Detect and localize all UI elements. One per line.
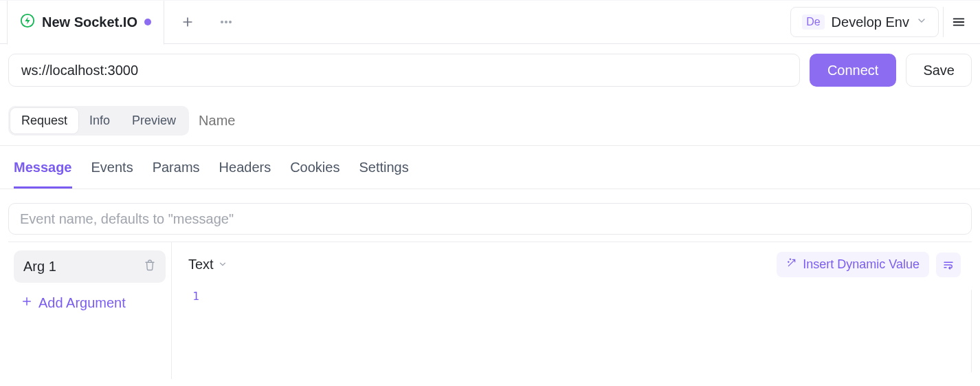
arg-item-label: Arg 1 (23, 259, 56, 275)
line-number: 1 (188, 290, 205, 372)
top-bar: New Socket.IO De Develop Env (0, 0, 980, 44)
event-name-row (0, 189, 980, 242)
args-area: Arg 1 Add Argument Text (8, 242, 972, 379)
format-selector[interactable]: Text (188, 257, 227, 272)
format-label: Text (188, 257, 214, 272)
more-button[interactable] (211, 7, 241, 37)
arg-item[interactable]: Arg 1 (14, 250, 166, 283)
tab-message[interactable]: Message (14, 160, 72, 189)
trash-icon[interactable] (144, 259, 156, 275)
hamburger-menu-button[interactable] (943, 7, 973, 37)
env-name: Develop Env (832, 14, 909, 30)
socketio-icon (20, 13, 35, 31)
sub-tabs: Message Events Params Headers Cookies Se… (0, 146, 980, 189)
insert-dynamic-value-button[interactable]: Insert Dynamic Value (777, 252, 929, 277)
seg-info[interactable]: Info (78, 108, 121, 133)
svg-point-3 (229, 21, 232, 23)
add-argument-button[interactable]: Add Argument (14, 283, 166, 323)
chevron-down-icon (218, 257, 227, 272)
request-name-input[interactable] (196, 109, 375, 133)
seg-preview[interactable]: Preview (121, 108, 187, 133)
svg-point-1 (221, 21, 223, 23)
url-input[interactable] (8, 54, 800, 87)
plus-icon (21, 295, 33, 311)
editor-pane: Text Insert Dynamic Value 1 (172, 242, 972, 379)
tab-events[interactable]: Events (91, 160, 133, 189)
connect-button[interactable]: Connect (810, 54, 897, 87)
segmented-row: Request Info Preview (0, 87, 980, 146)
tab-params[interactable]: Params (153, 160, 200, 189)
tab-headers[interactable]: Headers (219, 160, 271, 189)
tab-cookies[interactable]: Cookies (290, 160, 339, 189)
tab-current[interactable]: New Socket.IO (7, 1, 164, 45)
event-name-input[interactable] (8, 203, 972, 235)
env-prefix-badge: De (802, 14, 824, 30)
editor-toolbar: Text Insert Dynamic Value (172, 242, 972, 284)
tab-title: New Socket.IO (42, 14, 137, 30)
magic-wand-icon (786, 257, 797, 272)
add-argument-label: Add Argument (38, 295, 126, 311)
args-sidebar: Arg 1 Add Argument (8, 242, 172, 379)
code-content[interactable] (205, 290, 972, 372)
seg-request[interactable]: Request (10, 108, 78, 133)
url-row: Connect Save (0, 44, 980, 87)
segmented-control: Request Info Preview (8, 106, 189, 136)
save-button[interactable]: Save (906, 54, 972, 87)
insert-dynamic-value-label: Insert Dynamic Value (803, 257, 920, 272)
svg-point-2 (225, 21, 227, 23)
tab-settings[interactable]: Settings (359, 160, 408, 189)
new-tab-button[interactable] (172, 7, 203, 37)
wrap-lines-button[interactable] (936, 253, 961, 277)
chevron-down-icon (916, 15, 927, 29)
code-editor[interactable]: 1 (172, 284, 972, 372)
environment-selector[interactable]: De Develop Env (790, 7, 939, 37)
unsaved-dot-icon (144, 19, 151, 25)
